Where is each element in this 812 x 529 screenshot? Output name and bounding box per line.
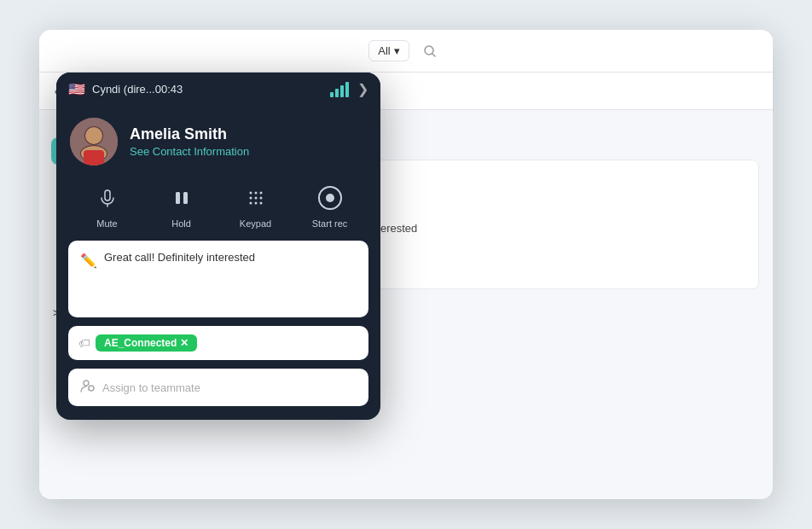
assign-icon — [80, 379, 96, 396]
svg-point-26 — [84, 381, 89, 386]
signal-bar-2 — [335, 89, 339, 97]
svg-point-18 — [254, 192, 257, 195]
hold-label: Hold — [171, 218, 191, 229]
pen-icon: ✏️ — [80, 253, 97, 269]
signal-bars — [330, 82, 349, 97]
svg-point-22 — [259, 197, 262, 200]
avatar — [70, 118, 118, 166]
signal-bar-4 — [345, 82, 349, 97]
svg-point-25 — [259, 202, 262, 205]
svg-rect-12 — [84, 150, 104, 166]
svg-rect-13 — [105, 190, 110, 201]
action-buttons: Mute Hold — [56, 177, 380, 241]
keypad-button[interactable]: Keypad — [230, 183, 281, 229]
crm-top-bar: All ▾ — [39, 30, 773, 73]
svg-rect-16 — [183, 192, 188, 204]
phone-header: 🇺🇸 Cyndi (dire... 00:43 ❯ — [56, 73, 380, 106]
note-input-text: Great call! Definitely interested — [104, 251, 357, 264]
svg-point-24 — [254, 202, 257, 205]
search-bar: All ▾ — [368, 38, 443, 65]
hold-icon — [166, 183, 197, 213]
keypad-icon — [241, 183, 271, 213]
call-timer: 00:43 — [155, 83, 183, 96]
caller-name: Cyndi (dire... — [92, 83, 155, 96]
phone-caller-info: 🇺🇸 Cyndi (dire... — [68, 81, 155, 97]
tag-remove-button[interactable]: ✕ — [180, 337, 188, 349]
keypad-label: Keypad — [240, 218, 271, 229]
signal-bar-1 — [330, 92, 334, 97]
svg-point-10 — [85, 127, 102, 144]
hold-button[interactable]: Hold — [156, 183, 207, 229]
tag-area: 🏷 AE_Connected ✕ — [68, 326, 368, 360]
tag-icon: 🏷 — [78, 336, 90, 350]
start-rec-button[interactable]: Start rec — [304, 183, 356, 229]
flag-icon: 🇺🇸 — [68, 81, 85, 97]
svg-rect-15 — [176, 192, 180, 204]
svg-point-21 — [254, 197, 257, 200]
contact-section: Amelia Smith See Contact Information — [56, 106, 380, 177]
note-input-area[interactable]: ✏️ Great call! Definitely interested — [68, 241, 368, 317]
phone-widget: 🇺🇸 Cyndi (dire... 00:43 ❯ — [56, 73, 380, 420]
tag-badge[interactable]: AE_Connected ✕ — [96, 334, 197, 352]
mute-icon — [92, 183, 123, 213]
tag-label: AE_Connected — [104, 337, 177, 349]
svg-point-17 — [249, 192, 252, 195]
assign-placeholder: Assign to teammate — [102, 381, 200, 394]
see-contact-link[interactable]: See Contact Information — [130, 145, 367, 158]
mute-label: Mute — [96, 218, 117, 229]
signal-bar-3 — [340, 85, 344, 97]
svg-point-19 — [259, 192, 262, 195]
start-rec-label: Start rec — [312, 218, 348, 229]
assign-area[interactable]: Assign to teammate — [68, 369, 368, 406]
svg-point-20 — [249, 197, 252, 200]
svg-line-1 — [432, 54, 435, 56]
svg-point-23 — [249, 202, 252, 205]
search-icon[interactable] — [416, 38, 444, 65]
contact-info: Amelia Smith See Contact Information — [130, 125, 367, 158]
widget-collapse-chevron[interactable]: ❯ — [357, 81, 368, 97]
mute-button[interactable]: Mute — [82, 183, 133, 229]
dropdown-chevron: ▾ — [394, 44, 400, 57]
contact-name: Amelia Smith — [130, 125, 367, 143]
all-label: All — [378, 44, 390, 57]
start-rec-icon — [315, 183, 345, 213]
all-dropdown[interactable]: All ▾ — [368, 40, 409, 61]
